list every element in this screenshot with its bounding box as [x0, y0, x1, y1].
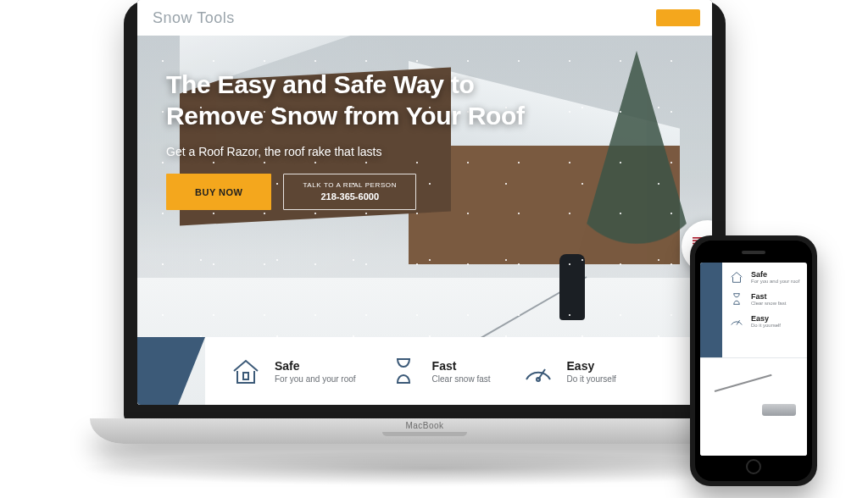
hero-title: The Easy and Safe Way to Remove Snow fro… — [166, 69, 531, 131]
phone-screen: Safe For you and your roof Fast Clear sn… — [700, 263, 807, 456]
hourglass-icon — [387, 354, 420, 388]
phone-features-list: Safe For you and your roof Fast Clear sn… — [722, 263, 807, 357]
call-button-line1: TALK TO A REAL PERSON — [303, 181, 397, 190]
phone-wedge-decoration — [700, 263, 722, 357]
call-button[interactable]: TALK TO A REAL PERSON 218-365-6000 — [283, 174, 416, 210]
phone-feature-safe: Safe For you and your roof — [729, 269, 800, 285]
call-button-line2: 218-365-6000 — [303, 191, 397, 202]
feature-desc: Clear snow fast — [751, 301, 786, 306]
feature-easy: Easy Do it yourself — [521, 354, 616, 388]
buy-now-button[interactable]: BUY NOW — [166, 174, 271, 210]
feature-desc: Do it yourself — [751, 323, 781, 328]
feature-safe: Safe For you and your roof — [229, 354, 356, 388]
site-logo[interactable]: Snow Tools — [153, 9, 235, 27]
hero-section: The Easy and Safe Way to Remove Snow fro… — [137, 36, 712, 405]
laptop-screen: Snow Tools The Easy and Safe Way t — [137, 0, 712, 405]
feature-desc: For you and your roof — [275, 374, 356, 384]
gauge-icon — [521, 354, 555, 388]
feature-fast: Fast Clear snow fast — [387, 354, 491, 388]
hourglass-icon — [729, 291, 744, 307]
header-cta-button[interactable] — [656, 9, 700, 26]
house-shield-icon — [729, 269, 744, 285]
laptop-brand-label: MacBook — [90, 421, 760, 430]
wedge-decoration — [137, 337, 205, 405]
feature-desc: For you and your roof — [751, 279, 799, 284]
phone-product-image — [700, 357, 807, 456]
phone-feature-easy: Easy Do it yourself — [729, 313, 800, 329]
feature-desc: Clear snow fast — [432, 374, 491, 384]
feature-desc: Do it yourself — [567, 374, 616, 384]
laptop-notch — [382, 432, 467, 436]
roof-rake-icon — [711, 382, 796, 433]
feature-title: Safe — [275, 359, 356, 373]
feature-title: Easy — [567, 359, 616, 373]
features-bar: Safe For you and your roof Fast — [137, 337, 712, 405]
feature-title: Fast — [432, 359, 491, 373]
device-shadow — [76, 451, 788, 486]
laptop-base: MacBook — [90, 418, 760, 444]
site-header: Snow Tools — [137, 0, 712, 36]
hero-subtitle: Get a Roof Razor, the roof rake that las… — [166, 145, 531, 158]
phone-mockup: Safe For you and your roof Fast Clear sn… — [690, 235, 817, 486]
feature-title: Easy — [751, 314, 781, 323]
gauge-icon — [729, 313, 744, 329]
laptop-mockup: Snow Tools The Easy and Safe Way t — [90, 0, 760, 456]
feature-title: Safe — [751, 270, 799, 279]
house-shield-icon — [229, 354, 263, 388]
phone-home-button[interactable] — [746, 459, 761, 474]
feature-title: Fast — [751, 292, 786, 301]
phone-speaker — [742, 251, 765, 254]
website-page: Snow Tools The Easy and Safe Way t — [137, 0, 712, 405]
phone-top-bezel — [695, 241, 812, 263]
phone-feature-fast: Fast Clear snow fast — [729, 291, 800, 307]
